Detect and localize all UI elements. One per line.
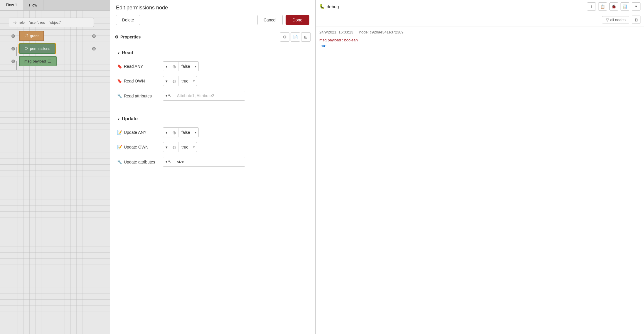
tab-flow2[interactable]: Flow [23, 0, 43, 10]
trash-icon: 🗑 [634, 18, 638, 22]
shield-icon: 🛡 [24, 34, 28, 38]
read-section-header[interactable]: Read [117, 50, 308, 55]
debug-info-btn[interactable]: i [587, 2, 596, 11]
tab-flow1[interactable]: Flow 1 [0, 0, 23, 10]
permissions-node[interactable]: 🛡 permissions [13, 43, 94, 54]
done-button[interactable]: Done [286, 15, 309, 25]
bug-icon: 🐛 [319, 4, 325, 9]
update-own-icon: 📝 [117, 145, 122, 149]
bookmark-own-icon: 🔖 [117, 79, 122, 83]
edit-panel: Edit permissions node Delete Cancel Done… [110, 0, 316, 334]
debug-timestamp: 24/9/2021, 16:03:13 [319, 30, 353, 34]
read-any-type[interactable]: ▾ [163, 62, 170, 71]
update-any-icon-part[interactable]: ◎ [170, 128, 178, 137]
debug-chevron-btn[interactable]: ▼ [632, 2, 640, 11]
gear-icon: ⚙ [115, 35, 119, 39]
update-any-label: 📝 Update ANY [117, 130, 158, 135]
update-any-icon: 📝 [117, 130, 122, 135]
delete-button[interactable]: Delete [116, 15, 140, 25]
toolbar-note-btn[interactable]: 📄 [291, 32, 300, 42]
read-any-label: 🔖 Read ANY [117, 64, 158, 69]
filter-icon: ▽ [606, 18, 609, 22]
chevron-icon: ▾ [166, 160, 167, 164]
chevron-icon: ▾ [166, 145, 168, 149]
node-box-msg[interactable]: msg.payload ☰ [19, 56, 57, 66]
node-connector-permissions [11, 47, 15, 50]
edit-toolbar: ⚙ Properties ⚙ 📄 ⊞ [110, 30, 315, 44]
read-any-row: 🔖 Read ANY ▾ ◎ false ▾ [117, 61, 308, 71]
update-own-arrow[interactable]: ▾ [191, 145, 197, 149]
wrench-icon: 🔧 [117, 94, 122, 98]
read-attributes-input-wrapper[interactable]: ▾ az [163, 91, 245, 101]
info-icon: i [591, 4, 592, 9]
node-output-grant [92, 34, 96, 38]
debug-meta-row: 24/9/2021, 16:03:13 node: c920ae341e3723… [319, 30, 640, 36]
read-own-arrow[interactable]: ▾ [191, 79, 197, 83]
edit-buttons: Delete Cancel Done [116, 15, 309, 25]
update-any-value: false [178, 130, 193, 135]
grant-node[interactable]: 🛡 grant [13, 31, 94, 41]
edit-panel-title: Edit permissions node [116, 5, 309, 11]
read-attributes-row: 🔧 Read attributes ▾ az [117, 91, 308, 101]
update-own-dropdown[interactable]: ▾ ◎ true ▾ [163, 142, 197, 152]
chevron-icon: ▾ [166, 79, 168, 83]
edit-body: Read 🔖 Read ANY ▾ ◎ false ▾ [110, 44, 315, 334]
read-any-arrow[interactable]: ▾ [193, 65, 198, 68]
node-box-grant[interactable]: 🛡 grant [19, 31, 44, 41]
edit-header: Edit permissions node Delete Cancel Done [110, 0, 315, 30]
update-section-header[interactable]: Update [117, 116, 308, 122]
debug-bug-btn[interactable]: 🐞 [609, 2, 618, 11]
debug-icon: 🐞 [611, 4, 616, 9]
chevron-icon: ▾ [166, 64, 168, 69]
read-any-dropdown[interactable]: ▾ ◎ false ▾ [163, 61, 199, 71]
read-attr-type-badge[interactable]: ▾ az [163, 91, 174, 100]
node-output-permissions [92, 47, 96, 50]
update-own-type[interactable]: ▾ [163, 142, 170, 152]
toolbar-settings-btn[interactable]: ⚙ [280, 32, 289, 42]
debug-chart-btn[interactable]: 📊 [621, 2, 629, 11]
read-own-icon-part[interactable]: ◎ [170, 76, 178, 86]
list-icon: ☰ [48, 59, 51, 63]
update-attributes-label: 🔧 Update attributes [117, 159, 158, 164]
read-collapse-icon [117, 50, 120, 55]
read-own-dropdown[interactable]: ▾ ◎ true ▾ [163, 76, 197, 86]
read-own-type[interactable]: ▾ [163, 76, 170, 86]
update-any-type[interactable]: ▾ [163, 128, 170, 137]
wrench-icon-update: 🔧 [117, 160, 122, 164]
update-any-dropdown[interactable]: ▾ ◎ false ▾ [163, 127, 199, 137]
read-any-icon-part[interactable]: ◎ [170, 62, 178, 71]
toolbar-layout-btn[interactable]: ⊞ [301, 32, 311, 42]
debug-payload-value: true [319, 43, 640, 48]
read-any-value: false [178, 64, 193, 69]
debug-node-label: node: c920ae341e372389 [359, 30, 404, 36]
debug-filter-bar: ▽ all nodes 🗑 [316, 13, 644, 26]
debug-notepad-btn[interactable]: 📋 [598, 2, 607, 11]
update-own-value: true [178, 145, 191, 149]
update-attributes-row: 🔧 Update attributes ▾ az [117, 157, 308, 167]
debug-payload-key: msg.payload : boolean [319, 38, 640, 42]
update-attributes-input[interactable] [174, 159, 245, 164]
update-any-arrow[interactable]: ▾ [193, 131, 198, 134]
node-box-permissions[interactable]: 🛡 permissions [19, 43, 55, 54]
msg-node[interactable]: msg.payload ☰ [13, 56, 94, 66]
filter-all-nodes-btn[interactable]: ▽ all nodes [602, 16, 629, 23]
flow-canvas: Flow 1 Flow ⇒ role = "user", res = "obje… [0, 0, 110, 334]
arrow-icon: ⇒ [13, 20, 16, 25]
node-connector-grant [11, 34, 15, 38]
update-attr-type-badge[interactable]: ▾ az [163, 157, 174, 166]
circle-icon: ◎ [173, 130, 176, 135]
az-icon: az [168, 93, 171, 98]
read-own-value: true [178, 79, 191, 83]
notepad-icon: 📋 [600, 4, 605, 9]
update-own-icon-part[interactable]: ◎ [170, 142, 178, 152]
circle-icon: ◎ [173, 79, 176, 83]
update-collapse-icon [117, 116, 120, 122]
header-node[interactable]: ⇒ role = "user", res = "object" [9, 18, 94, 27]
section-divider [117, 109, 308, 109]
read-attributes-input[interactable] [174, 93, 245, 98]
debug-clear-btn[interactable]: 🗑 [632, 16, 640, 24]
circle-icon: ◎ [173, 64, 176, 69]
flow-tabs: Flow 1 Flow [0, 0, 110, 11]
cancel-button[interactable]: Cancel [257, 15, 283, 25]
update-attributes-input-wrapper[interactable]: ▾ az [163, 157, 245, 167]
